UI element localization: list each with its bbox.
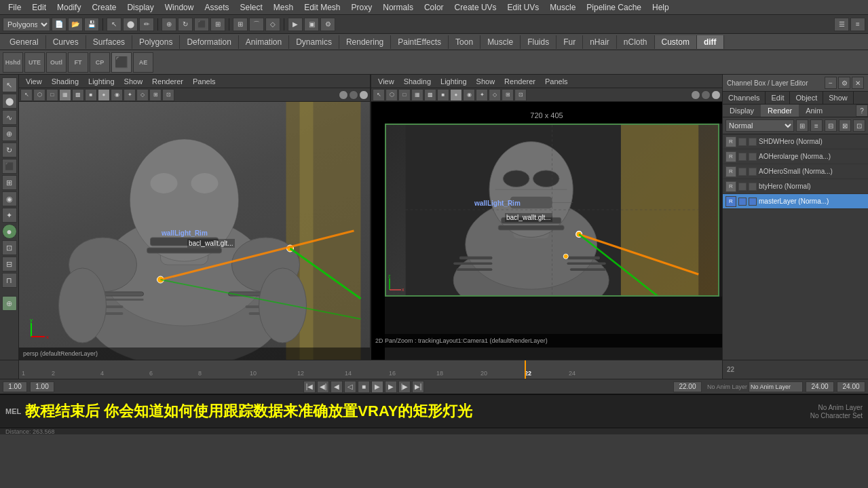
menu-display[interactable]: Display <box>121 1 159 14</box>
layer-aosmall[interactable]: R AOHeroSmall (Norma...) <box>723 164 868 179</box>
shelf-hshd[interactable]: Hshd <box>3 52 23 73</box>
menu-select[interactable]: Select <box>234 1 267 14</box>
tab-general[interactable]: General <box>3 35 46 49</box>
ch-tab-object[interactable]: Object <box>790 92 823 104</box>
toolbar-save[interactable]: 💾 <box>84 18 99 31</box>
menu-help[interactable]: Help <box>647 1 675 14</box>
vp-right-show[interactable]: Show <box>472 77 499 86</box>
pb-play-back[interactable]: ◁ <box>344 381 356 393</box>
toolbar-lasso[interactable]: ⬤ <box>123 18 138 31</box>
menu-edit[interactable]: Edit <box>26 1 52 14</box>
vp-right-cam1[interactable]: ⬡ <box>385 89 398 101</box>
menu-window[interactable]: Window <box>159 1 200 14</box>
vp-right-lighting[interactable]: Lighting <box>436 77 471 86</box>
shelf-render-icon[interactable]: ⬛ <box>111 52 132 73</box>
left-lasso[interactable]: ∿ <box>2 110 17 125</box>
vp-left-hud[interactable]: ⊡ <box>162 89 174 101</box>
ch-icon-2[interactable]: ≡ <box>810 119 823 132</box>
left-sculpt[interactable]: ✦ <box>2 208 17 223</box>
ch-icon-3[interactable]: ⊟ <box>825 119 837 132</box>
menu-modify[interactable]: Modify <box>52 1 86 14</box>
vp-right-cam2[interactable]: □ <box>398 89 411 101</box>
vp-left-lights[interactable]: ✦ <box>124 89 136 101</box>
vp-left-renderer[interactable]: Renderer <box>148 77 187 86</box>
left-region-cut[interactable]: ⊓ <box>2 273 17 288</box>
tab-diff[interactable]: diff <box>697 35 724 49</box>
range-end-field[interactable] <box>837 381 865 392</box>
vp-right-view[interactable]: View <box>374 77 398 86</box>
left-move[interactable]: ⊕ <box>2 126 17 141</box>
shelf-ft[interactable]: FT <box>68 52 88 73</box>
ch-icon-1[interactable]: ⊞ <box>796 119 808 132</box>
left-scale[interactable]: ⬛ <box>2 159 17 174</box>
vp-right-shade4[interactable]: ◉ <box>463 89 475 101</box>
left-select-tool[interactable]: ↖ <box>2 77 17 92</box>
tab-animation[interactable]: Animation <box>239 35 289 49</box>
current-frame-field[interactable]: 22.00 <box>673 381 702 392</box>
pb-next-frame[interactable]: ▶ <box>385 381 397 393</box>
toolbar-paint[interactable]: ✏ <box>139 18 154 31</box>
tab-custom[interactable]: Custom <box>655 35 697 49</box>
menu-normals[interactable]: Normals <box>377 1 419 14</box>
ch-close-btn[interactable]: ✕ <box>852 77 864 89</box>
tab-fluids[interactable]: Fluids <box>521 35 556 49</box>
tab-surfaces[interactable]: Surfaces <box>86 35 132 49</box>
vp-left-grid[interactable]: ⊞ <box>149 89 162 101</box>
vp-right-shade3[interactable]: ● <box>450 89 462 101</box>
vp-left-shading[interactable]: Shading <box>48 77 83 86</box>
vp-right-lights[interactable]: ✦ <box>476 89 488 101</box>
vp-left-show[interactable]: Show <box>120 77 147 86</box>
ch-tab-edit[interactable]: Edit <box>766 92 790 104</box>
menu-pipeline[interactable]: Pipeline Cache <box>581 1 647 14</box>
tab-muscle[interactable]: Muscle <box>480 35 521 49</box>
toolbar-snap-point[interactable]: ◇ <box>265 18 280 31</box>
shelf-cp[interactable]: CP <box>90 52 110 73</box>
vp-left-shade2[interactable]: ■ <box>85 89 97 101</box>
left-measure[interactable]: ⊕ <box>2 296 17 311</box>
menu-create-uvs[interactable]: Create UVs <box>449 1 502 14</box>
vp-right-shadow[interactable]: ◇ <box>489 89 501 101</box>
anim-layer-field[interactable] <box>749 381 803 392</box>
menu-edit-uvs[interactable]: Edit UVs <box>502 1 545 14</box>
vp-left-shade3[interactable]: ● <box>98 89 110 101</box>
pb-prev-frame[interactable]: ◀ <box>331 381 343 393</box>
ch-subtab-display[interactable]: Display <box>723 105 761 117</box>
menu-assets[interactable]: Assets <box>199 1 234 14</box>
ch-tab-channels[interactable]: Channels <box>723 92 766 104</box>
vp-left-select-btn[interactable]: ↖ <box>20 89 33 101</box>
vp-left-view[interactable]: View <box>22 77 46 86</box>
ch-help-btn[interactable]: ? <box>856 105 868 117</box>
toolbar-scale[interactable]: ⬛ <box>194 18 209 31</box>
vp-left-canvas[interactable]: wallLight_Rim bacl_wallt.glt... y x pers… <box>19 102 370 360</box>
timeline-ruler[interactable]: 1 2 4 6 8 10 12 14 16 18 20 22 24 <box>19 360 722 379</box>
vp-left-wire[interactable]: ▦ <box>59 89 71 101</box>
vp-left-panels[interactable]: Panels <box>189 77 220 86</box>
vp-right-canvas[interactable]: 720 x 405 <box>371 102 722 360</box>
toolbar-snap-grid[interactable]: ⊞ <box>233 18 248 31</box>
vp-left-shade4[interactable]: ◉ <box>111 89 123 101</box>
menu-proxy[interactable]: Proxy <box>346 1 378 14</box>
pb-skip-start[interactable]: |◀ <box>303 381 316 393</box>
toolbar-open[interactable]: 📂 <box>68 18 83 31</box>
vp-right-shading[interactable]: Shading <box>400 77 435 86</box>
toolbar-snap-curve[interactable]: ⌒ <box>249 18 264 31</box>
ch-subtab-render[interactable]: Render <box>761 105 799 117</box>
vp-left-cam2[interactable]: □ <box>46 89 58 101</box>
vp-right-select[interactable]: ↖ <box>373 89 385 101</box>
toolbar-rotate[interactable]: ↻ <box>178 18 193 31</box>
tab-curves[interactable]: Curves <box>46 35 86 49</box>
tab-painteffects[interactable]: PaintEffects <box>391 35 449 49</box>
ch-icon-5[interactable]: ⊡ <box>853 119 865 132</box>
shelf-ute[interactable]: UTE <box>24 52 45 73</box>
menu-mesh[interactable]: Mesh <box>268 1 299 14</box>
left-transform[interactable]: ⊞ <box>2 175 17 190</box>
menu-muscle[interactable]: Muscle <box>544 1 581 14</box>
pb-play-fwd[interactable]: ▶ <box>371 381 383 393</box>
toolbar-settings[interactable]: ⚙ <box>320 18 335 31</box>
vp-left-shade1[interactable]: ▩ <box>72 89 84 101</box>
left-rotate[interactable]: ↻ <box>2 143 17 157</box>
left-paint-select[interactable]: ⬤ <box>2 94 17 109</box>
tab-toon[interactable]: Toon <box>449 35 480 49</box>
vp-right-renderer[interactable]: Renderer <box>500 77 540 86</box>
menu-color[interactable]: Color <box>419 1 449 14</box>
